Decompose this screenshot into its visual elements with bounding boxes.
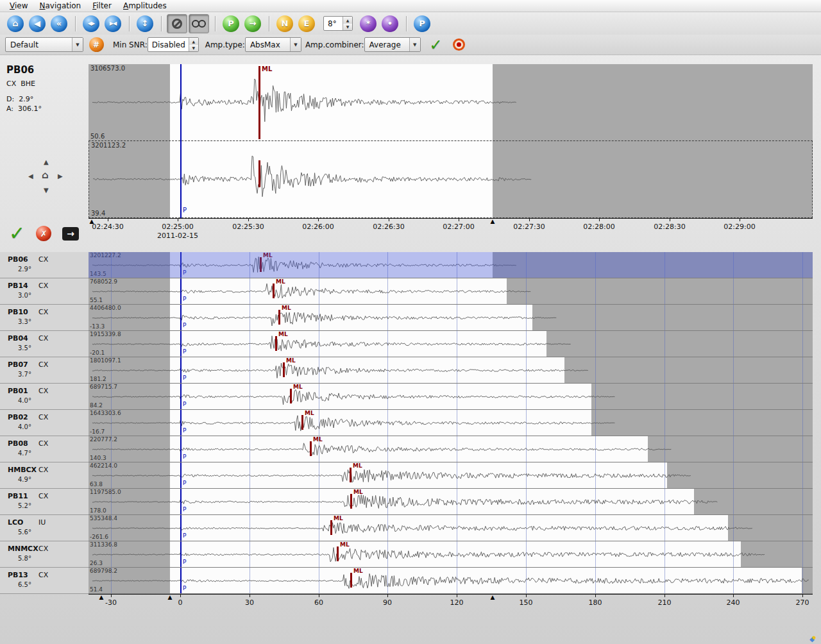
scroll-down-button[interactable]: ▼ (44, 187, 49, 194)
zoom-trace-2-selected[interactable]: 3201123.2 39.4 (89, 140, 813, 218)
p-pick-marker[interactable] (180, 64, 182, 218)
ml-amplitude-marker[interactable] (283, 362, 285, 377)
min-snr-spinbox[interactable]: Disabled ▲ ▼ (148, 37, 199, 52)
menu-view[interactable]: View (4, 1, 33, 11)
ml-amplitude-marker[interactable] (350, 494, 352, 509)
spin-up-icon[interactable]: ▲ (343, 17, 352, 24)
station-row[interactable]: PB02CX4.0°PML1643303.6-16.7 (0, 410, 821, 436)
p-pick-marker[interactable] (180, 541, 182, 567)
trace-strip[interactable]: PML220777.2140.3 (89, 436, 813, 462)
filter-profile-select[interactable]: Default ▼ (5, 37, 83, 52)
scroll-left-button[interactable]: ◀ (27, 14, 47, 33)
scroll-left-button[interactable]: ◀ (28, 173, 33, 180)
component-n-button[interactable]: N (275, 14, 295, 33)
time-cursor-marker-icon[interactable]: ▲ (491, 219, 495, 225)
menu-amplitudes[interactable]: Amplitudes (117, 1, 173, 11)
trace-strip[interactable]: PML1197585.0178.0 (89, 489, 813, 515)
expand-timewindow-button[interactable]: ◀▶ (81, 14, 101, 33)
component-e-button[interactable]: E (296, 14, 317, 33)
vertical-zoom-button[interactable]: ↕ (135, 14, 155, 33)
trace-strip[interactable]: PML4406480.0-13.3 (89, 305, 813, 331)
scroll-up-button[interactable]: ▲ (44, 159, 49, 165)
time-cursor-marker-icon[interactable]: ▲ (491, 595, 495, 600)
station-row[interactable]: PB11CX5.2°PML1197585.0178.0 (0, 489, 821, 515)
zoom-trace-1[interactable]: 3106573.0 50.6 (89, 64, 813, 140)
resize-grip[interactable]: ◆● (809, 636, 818, 643)
p-pick-marker[interactable] (180, 252, 182, 278)
ml-amplitude-marker[interactable] (275, 336, 277, 351)
reject-pick-button[interactable]: ✗ (36, 226, 51, 241)
time-cursor-marker-icon[interactable]: ▲ (99, 595, 104, 600)
amplitude-tool-button[interactable]: * (358, 14, 378, 33)
p-pick-marker[interactable] (180, 384, 182, 409)
p-pick-marker[interactable] (180, 410, 182, 436)
ml-amplitude-marker[interactable] (337, 547, 339, 561)
renumber-button[interactable]: # (86, 35, 106, 55)
time-cursor-marker-icon[interactable]: ▲ (168, 595, 173, 600)
station-row[interactable]: PB06CX2.9°PML3201227.2143.5 (0, 252, 821, 278)
p-pick-marker[interactable] (180, 515, 182, 541)
station-row[interactable]: PB13CX6.5°PML689798.251.4 (0, 568, 821, 594)
trace-strip[interactable]: PML535348.4-261.6 (89, 515, 813, 541)
station-row[interactable]: PB08CX4.7°PML220777.2140.3 (0, 436, 821, 462)
p-pick-marker[interactable] (180, 568, 182, 593)
trace-strip[interactable]: PML311336.826.3 (89, 541, 813, 568)
apply-amplitudes-button[interactable]: ✓ (430, 36, 443, 54)
ml-amplitude-marker[interactable] (350, 468, 351, 482)
station-row[interactable]: PB01CX4.0°PML689715.784.2 (0, 384, 821, 410)
p-pick-marker[interactable] (180, 489, 182, 514)
review-picks-toggle[interactable] (189, 14, 209, 33)
ml-amplitude-marker[interactable] (330, 520, 332, 535)
menu-filter[interactable]: Filter (87, 1, 117, 11)
station-row[interactable]: PB14CX3.0°PML768052.955.1 (0, 278, 821, 305)
trace-strip[interactable]: PML768052.955.1 (89, 278, 813, 305)
time-cursor-marker-icon[interactable]: ▲ (90, 219, 94, 225)
center-home-button[interactable]: ⌂ (42, 171, 49, 180)
p-pick-marker[interactable] (180, 278, 182, 304)
ml-amplitude-marker[interactable] (278, 310, 280, 325)
spin-down-icon[interactable]: ▼ (189, 45, 198, 52)
ml-amplitude-marker[interactable] (258, 66, 260, 139)
trace-strip[interactable]: PML689798.251.4 (89, 568, 813, 594)
amp-combiner-select[interactable]: Average ▼ (364, 37, 421, 52)
rotation-angle-spinbox[interactable]: 8° ▲ ▼ (323, 16, 353, 31)
trace-strip[interactable]: PML689715.784.2 (89, 384, 813, 410)
relative-time-axis[interactable]: -300306090120150180210240270▲▲▲ (89, 594, 813, 617)
p-pick-marker[interactable] (180, 462, 182, 488)
trace-strip[interactable]: PML1801097.1181.2 (89, 357, 813, 384)
trace-strip[interactable]: PML1643303.6-16.7 (89, 410, 813, 436)
p-pick-marker[interactable] (180, 331, 182, 357)
accept-pick-button[interactable]: ✓ (9, 225, 25, 242)
ml-amplitude-marker[interactable] (310, 441, 312, 456)
shrink-timewindow-button[interactable]: ▶◀ (103, 14, 123, 33)
apply-next-button[interactable]: → (62, 227, 79, 241)
p-pick-marker[interactable] (180, 436, 182, 462)
ml-amplitude-marker[interactable] (350, 573, 352, 588)
station-row[interactable]: MNMCXCX5.8°PML311336.826.3 (0, 541, 821, 568)
station-row[interactable]: PB04CX3.5°PML1915339.8-20.1 (0, 331, 821, 357)
spin-up-icon[interactable]: ▲ (189, 38, 198, 45)
spin-down-icon[interactable]: ▼ (343, 24, 352, 31)
ml-amplitude-marker[interactable] (258, 160, 260, 187)
confirm-pick-button[interactable]: → (242, 14, 263, 33)
zoom-trace-panel[interactable]: 3106573.0 50.6 3201123.2 39.4 P ML (89, 64, 813, 218)
recalculate-magnitude-button[interactable] (453, 38, 465, 51)
ml-amplitude-marker[interactable] (273, 284, 275, 298)
station-row[interactable]: PB10CX3.3°PML4406480.0-13.3 (0, 305, 821, 331)
phase-profile-p-button[interactable]: P (412, 14, 432, 33)
p-pick-marker[interactable] (180, 357, 182, 383)
station-row[interactable]: HMBCXCX4.9°PML462214.063.8 (0, 462, 821, 489)
station-row[interactable]: PB07CX3.7°PML1801097.1181.2 (0, 357, 821, 384)
trace-strip[interactable]: PML462214.063.8 (89, 462, 813, 489)
amp-type-select[interactable]: AbsMax ▼ (245, 37, 301, 52)
magnitude-tool-button[interactable]: • (380, 14, 400, 33)
ml-amplitude-marker[interactable] (260, 257, 262, 272)
zoom-time-axis[interactable]: 02:24:3002:25:0002:25:3002:26:0002:26:30… (89, 218, 813, 241)
p-pick-marker[interactable] (180, 305, 182, 330)
menu-navigation[interactable]: Navigation (33, 1, 87, 11)
ml-amplitude-marker[interactable] (290, 389, 292, 403)
trace-strip[interactable]: PML3201227.2143.5 (89, 252, 813, 278)
station-row[interactable]: LCOIU5.6°PML535348.4-261.6 (0, 515, 821, 541)
jump-start-button[interactable]: « (49, 14, 69, 33)
ml-amplitude-marker[interactable] (301, 415, 303, 430)
